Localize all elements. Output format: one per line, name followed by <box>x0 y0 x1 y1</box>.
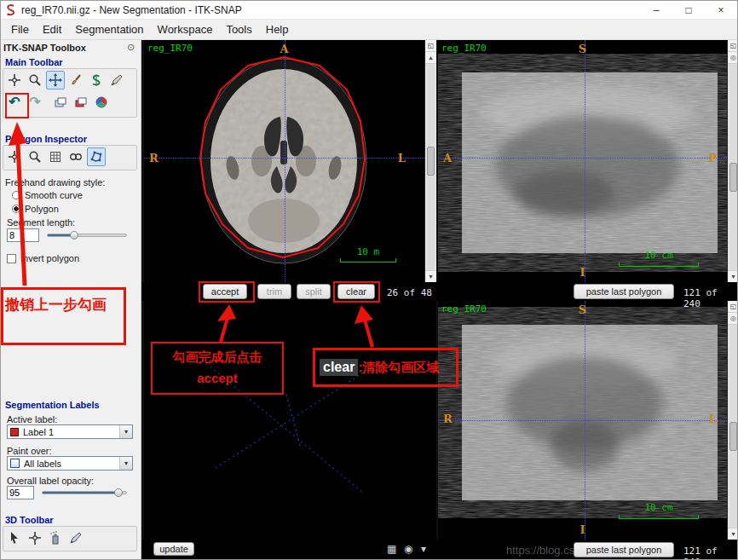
close-icon[interactable]: × <box>705 1 737 19</box>
app-logo-icon <box>4 3 17 16</box>
paintbrush-tool-icon[interactable] <box>66 71 85 89</box>
layers-icon[interactable] <box>51 93 70 112</box>
active-label-select[interactable]: Label 1 ▾ <box>7 424 133 439</box>
undo-icon[interactable]: ↶ <box>5 93 24 112</box>
menu-bar: File Edit Segmentation Workspace Tools H… <box>1 20 737 40</box>
gear-icon[interactable]: ⊙ <box>127 42 135 53</box>
scroll-thumb[interactable] <box>729 422 737 451</box>
layout-grid-icon[interactable]: ▦ <box>387 543 396 555</box>
accept-button[interactable]: accept <box>203 284 247 299</box>
active-label-label: Active label: <box>7 414 57 424</box>
arrow-up-icon[interactable]: ▴ <box>425 52 436 64</box>
axial-slice-scrollbar[interactable]: ◱ ▴ ▾ <box>424 40 436 282</box>
sagittal-slice-info: 121 of 240 <box>683 287 738 309</box>
snake-tool-icon[interactable] <box>87 71 106 89</box>
radio-smooth-curve[interactable]: Smooth curve <box>12 190 83 200</box>
grid-view-icon[interactable] <box>46 147 65 166</box>
paste-last-polygon-button[interactable]: paste last polygon <box>574 542 674 557</box>
segment-length-input[interactable] <box>7 228 39 242</box>
redo-icon[interactable]: ↷ <box>26 93 44 112</box>
crosshair-icon[interactable] <box>5 147 24 166</box>
opacity-label: Overall label opacity: <box>7 476 94 486</box>
arrow-down-icon[interactable]: ▾ <box>425 270 436 282</box>
polygon-tool-icon[interactable] <box>87 147 106 166</box>
orientation-marker-inferior: I <box>438 266 727 279</box>
coronal-slice-info: 121 of 240 <box>683 546 738 560</box>
zoom-icon[interactable] <box>26 147 44 166</box>
scroll-thumb[interactable] <box>729 163 737 192</box>
expand-view-icon[interactable]: ◱ <box>728 40 738 52</box>
segment-length-slider[interactable] <box>47 234 127 237</box>
scalpel-3d-icon[interactable] <box>66 528 85 547</box>
checkbox-icon <box>7 254 16 263</box>
scroll-track[interactable] <box>729 64 737 270</box>
pan-tool-icon[interactable] <box>46 71 65 89</box>
cursor-3d-icon[interactable] <box>5 528 24 547</box>
annotation-pen-icon[interactable] <box>107 71 126 89</box>
maximize-icon[interactable]: □ <box>672 1 705 19</box>
spray-3d-icon[interactable] <box>46 528 65 547</box>
color-wheel-icon[interactable] <box>92 93 111 112</box>
active-label-value: Label 1 <box>23 427 54 437</box>
sagittal-slice-scrollbar[interactable]: ◱ ◎ ▾ <box>727 40 738 282</box>
trim-button[interactable]: trim <box>257 284 291 299</box>
coronal-view-panel[interactable]: reg_IR70 S R L I 10 cm <box>438 301 727 540</box>
paint-over-select[interactable]: All labels ▾ <box>7 456 133 471</box>
polygon-inspector-toolbar <box>3 145 137 170</box>
arrow-down-icon[interactable]: ▾ <box>728 528 738 540</box>
chevron-down-icon[interactable]: ▾ <box>421 543 426 555</box>
toolbar-3d <box>3 526 137 551</box>
axial-view-panel[interactable]: reg_IR70 A R L 10 m <box>144 40 424 282</box>
sagittal-brain-image[interactable] <box>438 40 727 282</box>
crosshair-horizontal <box>438 420 727 421</box>
menu-edit[interactable]: Edit <box>36 20 68 40</box>
minimize-icon[interactable]: – <box>640 1 672 19</box>
menu-file[interactable]: File <box>4 20 36 40</box>
scroll-thumb[interactable] <box>427 147 435 176</box>
sagittal-view-panel[interactable]: reg_IR70 S A P I 10 cm <box>438 40 727 282</box>
scroll-track[interactable] <box>729 325 737 528</box>
camera-icon[interactable]: ◎ <box>728 313 738 325</box>
orientation-marker-anterior: A <box>443 152 452 165</box>
clear-button[interactable]: clear <box>337 284 375 299</box>
scale-label: 10 m <box>336 246 401 257</box>
orientation-marker-posterior: P <box>708 152 717 165</box>
zoom-tool-icon[interactable] <box>26 71 44 89</box>
screenshot-icon[interactable]: ◉ <box>404 543 412 555</box>
radio-polygon[interactable]: Polygon <box>12 204 59 214</box>
chevron-down-icon[interactable]: ▾ <box>119 425 132 438</box>
paint-over-label: Paint over: <box>7 446 52 456</box>
menu-help[interactable]: Help <box>259 20 296 40</box>
arrow-down-icon[interactable]: ▾ <box>728 270 738 282</box>
slider-fill <box>43 492 116 494</box>
invert-polygon-checkbox[interactable]: Invert polygon <box>7 253 79 263</box>
coronal-slice-scrollbar[interactable]: ◱ ◎ ▾ <box>727 301 738 540</box>
render-3d-axes <box>144 301 436 540</box>
chevron-down-icon[interactable]: ▾ <box>119 457 132 470</box>
window-title: reg_IR70.nii.gz - New Segmentation - ITK… <box>21 4 242 16</box>
slider-thumb[interactable] <box>114 488 123 497</box>
expand-view-icon[interactable]: ◱ <box>425 40 436 52</box>
label-layers-icon[interactable] <box>72 93 90 112</box>
render-3d-panel[interactable] <box>144 301 436 540</box>
crosshair-tool-icon[interactable] <box>5 71 24 89</box>
slider-thumb[interactable] <box>70 231 78 240</box>
scroll-track[interactable] <box>427 64 435 270</box>
menu-workspace[interactable]: Workspace <box>151 20 220 40</box>
binoculars-icon[interactable] <box>66 147 85 166</box>
update-3d-button[interactable]: update <box>153 542 194 556</box>
crosshair-3d-icon[interactable] <box>26 528 44 547</box>
paste-last-polygon-button[interactable]: paste last polygon <box>574 284 674 299</box>
menu-tools[interactable]: Tools <box>219 20 258 40</box>
split-button[interactable]: split <box>297 284 331 299</box>
crosshair-horizontal <box>144 158 424 159</box>
opacity-input[interactable] <box>7 486 34 499</box>
camera-icon[interactable]: ◎ <box>728 52 738 64</box>
radio-selected-icon <box>12 205 20 213</box>
menu-segmentation[interactable]: Segmentation <box>68 20 150 40</box>
crosshair-vertical <box>285 40 285 282</box>
view-grid: reg_IR70 A R L 10 m ◱ ▴ ▾ <box>141 40 738 560</box>
orientation-marker-inferior: I <box>438 523 727 536</box>
toolbox-header: ITK-SNAP Toolbox <box>3 43 86 53</box>
opacity-slider[interactable] <box>42 491 127 494</box>
